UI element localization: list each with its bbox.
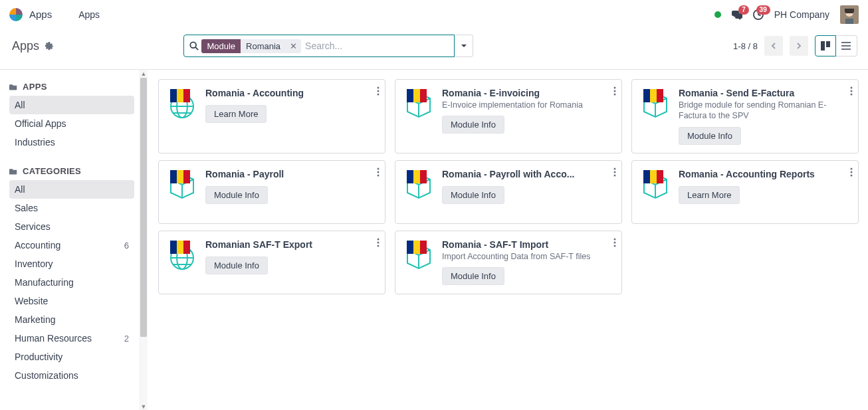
sidebar-section-apps-label: APPS [23,82,47,92]
module-card[interactable]: Romania - SAF-T ImportImport Accounting … [395,231,622,294]
sidebar-apps-item-all[interactable]: All [9,96,134,114]
breadcrumb: Apps [12,39,54,53]
sidebar-cat-item-all[interactable]: All [9,180,134,199]
pager-text[interactable]: 1-8 / 8 [733,41,758,51]
card-menu-button[interactable] [850,167,853,179]
module-card[interactable]: Romania - AccountingLearn More [158,79,385,154]
module-card[interactable]: Romania - Payroll with Acco...Module Inf… [395,160,622,224]
card-menu-button[interactable] [613,167,616,179]
card-action-button[interactable]: Module Info [442,186,504,204]
module-globe-icon [167,239,197,270]
sidebar-cat-item-marketing[interactable]: Marketing [9,310,134,329]
sidebar-cat-item-customizations[interactable]: Customizations [9,366,134,385]
svg-point-29 [851,87,853,89]
module-card[interactable]: Romania - PayrollModule Info [158,160,385,224]
search-input[interactable] [305,41,454,51]
sidebar-cat-item-services[interactable]: Services [9,217,134,236]
card-action-button[interactable]: Module Info [205,186,268,204]
navbar-brand[interactable]: Apps [29,9,52,20]
card-action-button[interactable]: Learn More [205,105,267,123]
card-title: Romania - Send E-Factura [679,88,825,98]
svg-point-27 [614,90,616,92]
sidebar-cat-item-productivity[interactable]: Productivity [9,348,134,366]
kebab-icon [613,167,616,177]
scroll-up-icon[interactable]: ▲ [140,70,148,78]
sidebar-apps-item-industries[interactable]: Industries [9,133,134,152]
sidebar-section-categories-label: CATEGORIES [23,166,81,176]
svg-point-26 [614,87,616,89]
scrollbar-thumb[interactable] [140,78,147,337]
svg-point-40 [851,174,853,176]
card-menu-button[interactable] [377,238,380,249]
module-cube-icon [403,88,434,118]
sidebar-item-label: All [15,100,25,110]
card-action-button[interactable]: Module Info [442,116,504,134]
card-title: Romania - Payroll [205,169,352,179]
search-facet-chip: Module Romania ✕ [201,39,301,53]
module-card[interactable]: Romania - E-invoicingE-Invoice implement… [395,79,622,154]
sidebar-item-label: Marketing [15,314,55,325]
sidebar-cat-item-accounting[interactable]: Accounting6 [9,236,134,255]
module-card[interactable]: Romanian SAF-T ExportModule Info [158,231,385,294]
sidebar-section-categories: CATEGORIES [9,166,134,176]
svg-point-23 [378,87,380,89]
sidebar-cat-item-manufacturing[interactable]: Manufacturing [9,273,134,292]
activities-button[interactable]: 39 [753,9,764,20]
sidebar-cat-item-website[interactable]: Website [9,292,134,310]
card-menu-button[interactable] [613,238,616,249]
svg-point-34 [378,174,380,176]
view-kanban-button[interactable] [815,35,836,56]
sidebar-item-count: 2 [124,334,129,344]
pager-next-button[interactable] [790,36,808,56]
card-menu-button[interactable] [613,86,616,98]
search-options-toggle[interactable] [455,35,473,57]
scroll-down-icon[interactable]: ▼ [140,403,148,410]
sidebar-cat-item-sales[interactable]: Sales [9,199,134,217]
search-box[interactable]: Module Romania ✕ [183,35,455,57]
page-title: Apps [12,39,39,53]
svg-point-43 [378,245,380,247]
card-action-button[interactable]: Learn More [679,186,740,204]
module-card[interactable]: Romania - Accounting ReportsLearn More [631,160,859,224]
sidebar-cat-item-human-resources[interactable]: Human Resources2 [9,329,134,348]
card-title: Romanian SAF-T Export [205,239,352,250]
svg-point-24 [378,90,380,92]
folder-icon [9,83,17,91]
sidebar-scrollbar[interactable]: ▲ ▼ [140,70,148,410]
sidebar-item-label: Inventory [15,258,53,269]
control-panel: Apps Module Romania ✕ 1-8 / 8 [0,29,868,70]
folder-icon [9,167,17,175]
card-menu-button[interactable] [850,86,853,98]
facet-remove-icon[interactable]: ✕ [286,41,301,51]
card-menu-button[interactable] [377,86,380,98]
app-logo-icon[interactable] [9,8,23,21]
sidebar-item-label: Official Apps [15,118,66,129]
gear-icon[interactable] [45,41,54,51]
card-description: Import Accounting Data from SAF-T files [442,251,613,262]
company-switcher[interactable]: PH Company [774,9,829,20]
card-menu-button[interactable] [377,167,380,179]
sidebar-item-label: Services [15,221,51,232]
pager-prev-button[interactable] [764,36,783,56]
card-action-button[interactable]: Module Info [679,127,741,145]
messages-badge: 7 [738,5,749,15]
kanban-grid: Romania - AccountingLearn MoreRomania - … [148,70,868,410]
module-cube-icon [167,169,197,199]
card-action-button[interactable]: Module Info [205,256,268,274]
sidebar-item-label: Sales [15,203,38,213]
svg-point-42 [378,241,380,243]
module-card[interactable]: Romania - Send E-FacturaBridge module fo… [631,79,859,154]
module-cube-icon [640,88,671,118]
navbar-menu-apps[interactable]: Apps [78,9,100,20]
messages-button[interactable]: 7 [732,9,742,20]
sidebar-apps-item-official-apps[interactable]: Official Apps [9,114,134,133]
kanban-icon [820,41,831,51]
avatar-icon [840,5,859,24]
presence-indicator-icon [714,11,721,18]
view-list-button[interactable] [836,35,857,56]
user-avatar[interactable] [840,5,859,24]
sidebar-cat-item-inventory[interactable]: Inventory [9,255,134,273]
sidebar-item-label: Productivity [15,352,62,362]
facet-key: Module [201,39,241,53]
card-action-button[interactable]: Module Info [442,267,504,285]
